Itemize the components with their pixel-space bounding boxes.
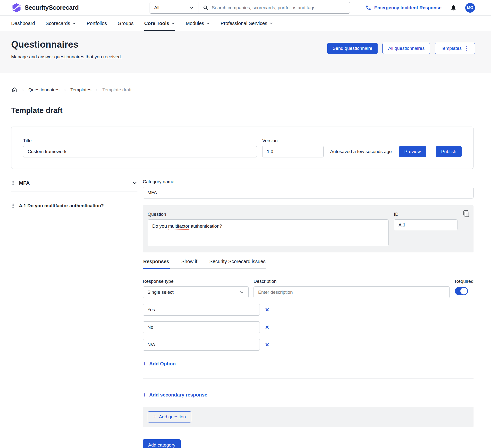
drag-handle-icon[interactable] bbox=[11, 180, 15, 186]
kebab-menu-icon: ⋮ bbox=[464, 46, 469, 51]
nav-label: Scorecards bbox=[46, 21, 70, 26]
securityscorecard-logo-icon bbox=[11, 2, 22, 13]
nav-label: Dashboard bbox=[11, 21, 35, 26]
brand[interactable]: SecurityScorecard bbox=[11, 2, 79, 13]
emergency-incident-label: Emergency Incident Response bbox=[374, 5, 442, 10]
button-label: Preview bbox=[404, 149, 421, 154]
templates-button[interactable]: Templates ⋮ bbox=[435, 43, 475, 54]
page-header-band: Questionnaires Manage and answer questio… bbox=[0, 31, 491, 73]
plus-icon: + bbox=[143, 361, 146, 367]
section-divider bbox=[143, 379, 473, 379]
outline-category-label: MFA bbox=[19, 180, 30, 186]
chevron-down-icon bbox=[239, 290, 244, 295]
chevron-down-icon bbox=[206, 22, 210, 25]
version-field-group: Version bbox=[262, 138, 324, 157]
button-label: Add question bbox=[159, 414, 186, 419]
remove-option-icon[interactable]: × bbox=[265, 307, 269, 313]
question-id-input[interactable] bbox=[394, 219, 457, 230]
response-type-select[interactable]: Single select bbox=[143, 286, 249, 298]
add-question-block: + Add question bbox=[143, 407, 473, 427]
question-misspelled-word: multifactor bbox=[168, 224, 189, 229]
search-field bbox=[198, 2, 350, 13]
tab-security-scorecard-issues[interactable]: Security Scorecard issues bbox=[209, 259, 266, 268]
avatar-initials: MG bbox=[467, 6, 473, 10]
title-input[interactable] bbox=[23, 146, 257, 157]
required-toggle[interactable] bbox=[455, 287, 468, 295]
question-textarea[interactable]: Do you multifactor authentication? bbox=[148, 219, 388, 246]
nav-item-groups[interactable]: Groups bbox=[118, 16, 133, 31]
add-secondary-response-link[interactable]: + Add secondary response bbox=[143, 392, 207, 398]
option-input-yes[interactable] bbox=[143, 304, 260, 315]
id-label: ID bbox=[394, 212, 457, 217]
button-label: Templates bbox=[441, 46, 462, 51]
nav-item-dashboard[interactable]: Dashboard bbox=[11, 16, 35, 31]
send-questionnaire-button[interactable]: Send questionnaire bbox=[327, 43, 378, 54]
chevron-right-icon bbox=[63, 88, 67, 92]
page-actions: Send questionnaire All questionnaires Te… bbox=[327, 43, 475, 73]
emergency-incident-link[interactable]: Emergency Incident Response bbox=[366, 5, 442, 11]
add-question-button[interactable]: + Add question bbox=[148, 411, 191, 422]
publish-button[interactable]: Publish bbox=[436, 146, 462, 157]
version-input[interactable] bbox=[262, 146, 324, 157]
add-category-button[interactable]: Add category bbox=[143, 439, 181, 448]
template-draft-title: Template draft bbox=[11, 106, 473, 115]
add-option-label: Add Option bbox=[149, 361, 176, 367]
option-row: × bbox=[143, 339, 473, 351]
nav-label: Core Tools bbox=[144, 21, 169, 26]
search-input[interactable] bbox=[212, 5, 345, 10]
duplicate-question-icon[interactable] bbox=[463, 210, 470, 218]
breadcrumb-templates[interactable]: Templates bbox=[70, 87, 92, 93]
chevron-down-icon[interactable] bbox=[132, 180, 137, 186]
outline-question-label: A.1 Do you multifactor authentication? bbox=[19, 203, 104, 209]
outline-question-row[interactable]: A.1 Do you multifactor authentication? bbox=[11, 203, 137, 209]
category-editor: Category name Question Do you multifacto… bbox=[143, 179, 473, 448]
notification-bell-icon[interactable] bbox=[450, 5, 456, 11]
main-nav: Dashboard Scorecards Portfolios Groups C… bbox=[0, 16, 491, 31]
id-field-group: ID bbox=[394, 212, 457, 246]
nav-item-core-tools[interactable]: Core Tools bbox=[144, 16, 175, 31]
chevron-down-icon bbox=[72, 22, 76, 25]
search-scope-select[interactable]: All bbox=[150, 2, 198, 13]
preview-button[interactable]: Preview bbox=[399, 146, 426, 157]
plus-icon: + bbox=[153, 414, 156, 420]
description-group: Description bbox=[254, 279, 450, 298]
chevron-down-icon bbox=[270, 22, 273, 25]
breadcrumb-questionnaires[interactable]: Questionnaires bbox=[28, 87, 59, 93]
drag-handle-icon[interactable] bbox=[11, 203, 15, 209]
add-option-link[interactable]: + Add Option bbox=[143, 361, 176, 367]
home-icon[interactable] bbox=[11, 87, 18, 93]
tab-show-if[interactable]: Show if bbox=[181, 259, 198, 268]
top-bar: SecurityScorecard All Emergency Incident… bbox=[0, 0, 491, 16]
topbar-right: Emergency Incident Response MG bbox=[366, 3, 475, 13]
required-label: Required bbox=[455, 279, 473, 284]
option-input-na[interactable] bbox=[143, 339, 260, 351]
button-label: Publish bbox=[441, 149, 456, 154]
page-subtitle: Manage and answer questionnaires that yo… bbox=[11, 54, 122, 59]
option-row: × bbox=[143, 321, 473, 333]
main-content: Questionnaires Templates Template draft … bbox=[0, 87, 491, 448]
version-label: Version bbox=[262, 138, 324, 143]
nav-label: Professional Services bbox=[221, 21, 267, 26]
remove-option-icon[interactable]: × bbox=[265, 324, 269, 331]
all-questionnaires-button[interactable]: All questionnaires bbox=[382, 43, 430, 54]
remove-option-icon[interactable]: × bbox=[265, 342, 269, 348]
outline-category-row[interactable]: MFA bbox=[11, 180, 137, 191]
question-text: authentication? bbox=[189, 224, 222, 229]
question-field-group: Question Do you multifactor authenticati… bbox=[148, 212, 388, 246]
search-scope-value: All bbox=[154, 5, 159, 10]
tab-responses[interactable]: Responses bbox=[143, 259, 170, 269]
nav-item-professional-services[interactable]: Professional Services bbox=[221, 16, 273, 31]
description-input[interactable] bbox=[254, 286, 450, 298]
button-label: Add category bbox=[148, 442, 175, 448]
search-icon bbox=[203, 5, 208, 10]
question-label: Question bbox=[148, 212, 388, 217]
user-avatar[interactable]: MG bbox=[465, 3, 475, 13]
option-row: × bbox=[143, 304, 473, 315]
nav-item-portfolios[interactable]: Portfolios bbox=[87, 16, 107, 31]
nav-item-modules[interactable]: Modules bbox=[186, 16, 210, 31]
category-name-input[interactable] bbox=[143, 187, 473, 199]
nav-item-scorecards[interactable]: Scorecards bbox=[46, 16, 76, 31]
breadcrumb-current: Template draft bbox=[102, 87, 131, 93]
breadcrumb: Questionnaires Templates Template draft bbox=[11, 87, 473, 93]
option-input-no[interactable] bbox=[143, 321, 260, 333]
